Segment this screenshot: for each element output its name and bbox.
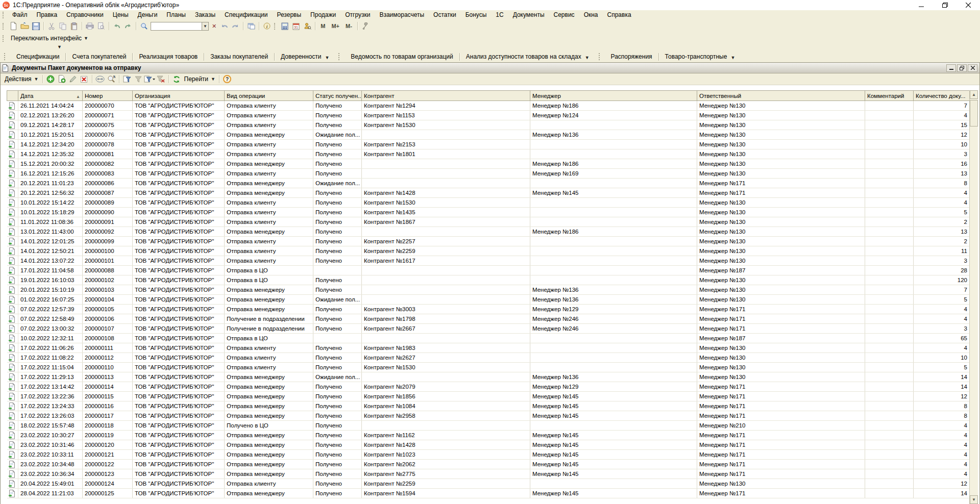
cell[interactable]	[313, 334, 362, 343]
cell[interactable]: 18.02.2022 15:57:48	[18, 421, 83, 431]
table-row[interactable]: 23.02.2022 10:36:34200000123ТОВ "АГРОДИС…	[7, 469, 970, 479]
cell[interactable]: 17.02.2022 13:26:03	[18, 411, 83, 421]
cell[interactable]	[865, 227, 914, 237]
delete-button[interactable]	[79, 74, 90, 84]
cell[interactable]: Получено	[313, 101, 362, 111]
cell[interactable]	[865, 188, 914, 198]
cell[interactable]	[362, 169, 530, 179]
cell[interactable]	[865, 479, 914, 489]
mdi-close-icon[interactable]	[968, 64, 977, 72]
table-row[interactable]: 20.12.2021 11:01:23200000086ТОВ "АГРОДИС…	[7, 179, 970, 188]
cell[interactable]: Получено	[313, 208, 362, 217]
cell[interactable]: 13	[914, 169, 970, 179]
cell[interactable]: Получено	[313, 421, 362, 431]
cell[interactable]: ТОВ "АГРОДИСТРИБ'ЮТОР"	[133, 246, 225, 256]
cell[interactable]: Получено	[313, 489, 362, 498]
menu-item-14[interactable]: Бонусы	[461, 10, 492, 19]
cell[interactable]: Менеджер №130	[697, 149, 865, 159]
cell[interactable]: Отправка в ЦО	[225, 334, 313, 343]
cell[interactable]: ТОВ "АГРОДИСТРИБ'ЮТОР"	[133, 208, 225, 217]
cell[interactable]: ТОВ "АГРОДИСТРИБ'ЮТОР"	[133, 111, 225, 120]
cell[interactable]	[865, 382, 914, 392]
cell[interactable]: Отправка менеджеру	[225, 401, 313, 411]
cell[interactable]	[865, 149, 914, 159]
cell[interactable]: 10.12.2021 15:20:51	[18, 130, 83, 140]
add-copy-button[interactable]	[56, 74, 67, 84]
cell[interactable]: Получено	[313, 314, 362, 324]
cell[interactable]: 17.02.2022 11:15:04	[18, 363, 83, 372]
cell[interactable]: ТОВ "АГРОДИСТРИБ'ЮТОР"	[133, 324, 225, 334]
cell[interactable]: Отправка менеджеру	[225, 489, 313, 498]
nav-forward-icon[interactable]	[230, 21, 241, 31]
table-row[interactable]: 07.02.2022 13:00:32200000107ТОВ "АГРОДИС…	[7, 324, 970, 334]
table-row[interactable]: 07.02.2022 12:58:49200000106ТОВ "АГРОДИС…	[7, 314, 970, 324]
cell[interactable]: 8	[914, 179, 970, 188]
cell[interactable]: 5	[914, 363, 970, 372]
cell[interactable]: 16	[914, 159, 970, 169]
cut-icon[interactable]	[46, 21, 57, 31]
cell[interactable]	[865, 159, 914, 169]
menu-item-7[interactable]: Заказы	[190, 10, 220, 19]
cell[interactable]: 4	[914, 431, 970, 440]
redo-icon[interactable]	[122, 21, 134, 31]
chevron-down-icon[interactable]: ▼	[84, 36, 88, 41]
cell[interactable]: 200000114	[83, 382, 133, 392]
cell[interactable]: Менеджер №246	[530, 314, 697, 324]
cell[interactable]: ТОВ "АГРОДИСТРИБ'ЮТОР"	[133, 460, 225, 469]
cell[interactable]: Получено	[313, 246, 362, 256]
table-row[interactable]: 23.02.2022 10:31:46200000120ТОВ "АГРОДИС…	[7, 440, 970, 450]
cell[interactable]: Отправка клиенту	[225, 343, 313, 353]
cell[interactable]: 200000101	[83, 256, 133, 266]
table-row[interactable]: 20.04.2022 15:49:01200000124ТОВ "АГРОДИС…	[7, 479, 970, 489]
tab-2[interactable]: Счета покупателей	[66, 53, 132, 60]
cell[interactable]: 2	[914, 217, 970, 227]
table-row[interactable]: 13.01.2022 11:43:00200000092ТОВ "АГРОДИС…	[7, 227, 970, 237]
cell[interactable]: 200000107	[83, 324, 133, 334]
cell[interactable]: ТОВ "АГРОДИСТРИБ'ЮТОР"	[133, 450, 225, 460]
cell[interactable]: 12	[914, 130, 970, 140]
cell[interactable]: Получено	[313, 237, 362, 246]
cell[interactable]: Получено	[313, 217, 362, 227]
cell[interactable]	[865, 256, 914, 266]
table-row[interactable]: 14.01.2022 12:50:21200000100ТОВ "АГРОДИС…	[7, 246, 970, 256]
cell[interactable]	[865, 421, 914, 431]
cell[interactable]: 07.02.2022 13:00:32	[18, 324, 83, 334]
cell[interactable]: 200000071	[83, 111, 133, 120]
cell[interactable]: 4	[914, 469, 970, 479]
cell[interactable]: Получено	[313, 440, 362, 450]
cell[interactable]: 200000087	[83, 188, 133, 198]
cell[interactable]: ТОВ "АГРОДИСТРИБ'ЮТОР"	[133, 101, 225, 111]
cell[interactable]: 200000090	[83, 208, 133, 217]
chevron-down-icon[interactable]: ▼	[730, 55, 735, 60]
cell[interactable]: Получено	[313, 159, 362, 169]
cell[interactable]: Менеджер №171	[697, 314, 865, 324]
cell[interactable]	[865, 324, 914, 334]
cell[interactable]: ТОВ "АГРОДИСТРИБ'ЮТОР"	[133, 266, 225, 275]
cell[interactable]: ТОВ "АГРОДИСТРИБ'ЮТОР"	[133, 159, 225, 169]
cell[interactable]: Отправка клиенту	[225, 256, 313, 266]
cell[interactable]	[530, 256, 697, 266]
cell[interactable]	[530, 208, 697, 217]
cell[interactable]: 23.02.2022 10:36:34	[18, 469, 83, 479]
cell[interactable]: Менеджер №145	[530, 392, 697, 401]
cell[interactable]: Получено	[313, 256, 362, 266]
undo-icon[interactable]	[111, 21, 122, 31]
cell[interactable]: 13	[914, 227, 970, 237]
cell[interactable]: Получено	[313, 111, 362, 120]
cell[interactable]: Получено	[313, 479, 362, 489]
cell[interactable]: 17.02.2022 11:06:26	[18, 343, 83, 353]
cell[interactable]: Менеджер №145	[530, 469, 697, 479]
cell[interactable]: ТОВ "АГРОДИСТРИБ'ЮТОР"	[133, 179, 225, 188]
cell[interactable]: 4	[914, 314, 970, 324]
cell[interactable]	[865, 489, 914, 498]
open-icon[interactable]	[19, 21, 30, 31]
wrench-icon[interactable]	[360, 21, 371, 31]
cell[interactable]: 17.02.2022 13:24:33	[18, 401, 83, 411]
cell[interactable]: Менеджер №130	[697, 343, 865, 353]
cell[interactable]: 14	[914, 372, 970, 382]
column-header-5[interactable]: Статус получен...	[313, 91, 362, 101]
cell[interactable]	[362, 421, 530, 431]
cell[interactable]: 14.12.2021 12:35:32	[18, 149, 83, 159]
cell[interactable]: 14.01.2022 12:50:21	[18, 246, 83, 256]
cell[interactable]	[865, 246, 914, 256]
